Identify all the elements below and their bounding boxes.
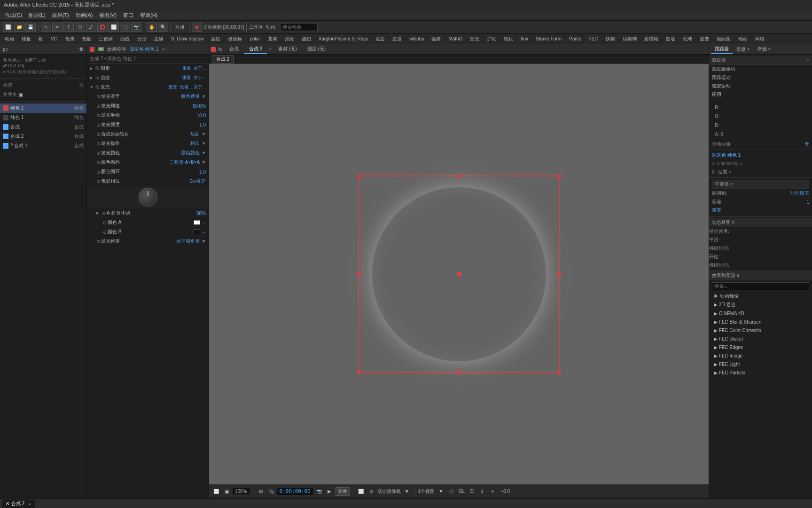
effect-polar2[interactable]: polar bbox=[247, 36, 263, 42]
ab-value[interactable]: 50% bbox=[196, 211, 206, 216]
glow-base-value[interactable]: 颜色通道 bbox=[181, 93, 200, 100]
tl-tab-x[interactable]: ✕ bbox=[6, 501, 9, 506]
shape-tool[interactable]: ⬡ bbox=[75, 23, 85, 32]
effect-radial-blur[interactable]: 径模糊 bbox=[620, 35, 640, 43]
track-camera-btn[interactable]: 跟踪摄像机 bbox=[709, 65, 812, 73]
glow-settings[interactable]: 设项... bbox=[180, 84, 192, 90]
help-search[interactable] bbox=[280, 23, 318, 31]
effects-item-presets[interactable]: ▶ 动画预设 bbox=[709, 292, 812, 301]
effect-flow[interactable]: 涌流 bbox=[282, 35, 297, 43]
track-motion-btn[interactable]: 跟踪运动 bbox=[709, 73, 812, 82]
tab-audio[interactable]: 音频 ≡ bbox=[754, 45, 775, 54]
tl-close-btn[interactable]: ≡ bbox=[28, 501, 31, 506]
effects-item-3d[interactable]: ▶ 3D 通道 bbox=[709, 301, 812, 309]
safe-zones-btn[interactable]: ⬜ bbox=[357, 487, 365, 496]
stabilize-btn[interactable]: 稳定运动 bbox=[709, 82, 812, 90]
color-a-swatch[interactable] bbox=[194, 220, 200, 225]
handle-tr[interactable] bbox=[557, 175, 561, 178]
glow-colors-dropdown[interactable]: ▼ bbox=[202, 151, 206, 155]
handle-br[interactable] bbox=[557, 370, 561, 374]
glow-reset[interactable]: 重置 bbox=[168, 84, 178, 90]
effect-swirl[interactable]: 旋扭 bbox=[299, 35, 314, 43]
handle-ml[interactable] bbox=[357, 272, 361, 276]
shape-off[interactable]: 关于... bbox=[194, 65, 206, 71]
effect-sharpen[interactable]: 锐化 bbox=[501, 35, 516, 43]
color-dial[interactable] bbox=[139, 188, 157, 206]
alpha-btn[interactable]: ▣ bbox=[222, 487, 231, 496]
camera-label[interactable]: 活动摄像机 bbox=[377, 488, 401, 495]
effects-item-fec-light[interactable]: ▶ FEC Light bbox=[709, 360, 812, 368]
menu-animation[interactable]: 动画(A) bbox=[73, 11, 96, 20]
3d-btn[interactable]: ⬡ bbox=[447, 487, 455, 496]
effect-fec[interactable]: FEC bbox=[586, 36, 601, 42]
effect-address[interactable]: 图址 bbox=[663, 35, 678, 43]
effect-wave[interactable]: 波变 bbox=[697, 35, 712, 43]
camera-btn[interactable]: 📷 bbox=[315, 487, 323, 496]
effect-warp[interactable]: 拗距距 bbox=[714, 35, 734, 43]
effect-color-plate[interactable]: 色板 bbox=[79, 35, 94, 43]
layer-item-1[interactable]: 纯色 1 纯色 bbox=[0, 103, 86, 113]
tab-tracker[interactable]: 跟踪器 bbox=[711, 45, 733, 54]
glow-colors-value[interactable]: 原始颜色 bbox=[181, 150, 200, 156]
effect-wblobs[interactable]: wblobs bbox=[406, 36, 427, 42]
new-comp-btn[interactable]: ⬜ bbox=[3, 23, 13, 32]
color-b-swatch[interactable] bbox=[194, 230, 200, 234]
effects-item-fec-color[interactable]: ▶ FEC Color Correctio bbox=[709, 326, 812, 334]
effect-edge[interactable]: 边缘 bbox=[151, 35, 166, 43]
glow-thresh-value[interactable]: 60.0% bbox=[193, 103, 206, 109]
effect-border[interactable]: 遮边 bbox=[373, 35, 388, 43]
snap-btn[interactable]: 📎 bbox=[267, 487, 275, 496]
effect-frame[interactable]: 框 bbox=[36, 35, 46, 43]
color-loop-value[interactable]: 三角形 A>B>A bbox=[170, 159, 200, 166]
tab-footage[interactable]: 素材 (无) bbox=[273, 45, 301, 54]
effect-mosaic[interactable]: 楼板 bbox=[19, 35, 34, 43]
tab-comp2[interactable]: 合成 2 bbox=[244, 45, 267, 54]
effect-storke[interactable]: Storke Form bbox=[533, 36, 564, 42]
shape-section[interactable]: ▶ fx 图形 重置 关于... bbox=[87, 64, 209, 73]
effect-copy[interactable]: 描摩 bbox=[429, 35, 444, 43]
effect-sglow[interactable]: S_Glow deglow bbox=[168, 36, 206, 42]
quality-select[interactable]: 完整 bbox=[336, 487, 350, 496]
pen-tool[interactable]: ✏ bbox=[52, 23, 62, 32]
handle-tl[interactable] bbox=[357, 175, 361, 178]
draft-btn[interactable]: D bbox=[468, 487, 476, 496]
layer-item-2[interactable]: 纯色 1 纯色 bbox=[0, 113, 86, 122]
views-label[interactable]: 1个视图 bbox=[418, 488, 435, 495]
select-tool[interactable]: ↖ bbox=[41, 23, 51, 32]
shape-reset[interactable]: 重置 bbox=[181, 65, 192, 71]
effect-math[interactable]: MathO bbox=[445, 36, 465, 42]
layer-item-nested[interactable]: 2 合成 1 合成 bbox=[0, 141, 86, 151]
effect-sphere[interactable]: 珉球 bbox=[680, 35, 695, 43]
save-btn[interactable]: 💾 bbox=[25, 23, 36, 32]
menu-view[interactable]: 视图(V) bbox=[96, 11, 119, 20]
glow-dims-value[interactable]: 水平和垂直 bbox=[176, 238, 200, 245]
effect-hue[interactable]: 色调 bbox=[62, 35, 77, 43]
effect-matte[interactable]: 遮揭 bbox=[265, 35, 280, 43]
color-a-arrow[interactable]: → bbox=[201, 220, 206, 225]
stroke-reset[interactable]: 重置 bbox=[181, 75, 192, 81]
info-btn[interactable]: ℹ bbox=[478, 487, 486, 496]
menu-window[interactable]: 窗口 bbox=[120, 11, 136, 20]
glow-op-dropdown[interactable]: ▼ bbox=[202, 141, 206, 146]
glow-op-value[interactable]: 相加 bbox=[190, 140, 200, 147]
effect-polar[interactable]: 极坐标 bbox=[225, 35, 245, 43]
tab-info[interactable]: 信息 ≡ bbox=[733, 45, 754, 54]
composite-dropdown[interactable]: ▼ bbox=[202, 132, 206, 136]
menu-help[interactable]: 帮助(H) bbox=[137, 11, 160, 20]
effect-animation[interactable]: 动画 bbox=[2, 35, 17, 43]
glow-section-header[interactable]: ▼ fx 发光 重置 设项... 关于... bbox=[87, 82, 209, 92]
effects-item-fec-particle[interactable]: ▶ FEC Particle bbox=[709, 368, 812, 377]
effect-glow[interactable]: 发光 bbox=[467, 35, 482, 43]
effect-anim[interactable]: 动画 bbox=[735, 35, 750, 43]
color-phase-value[interactable]: 0x+0.0° bbox=[190, 179, 206, 184]
tab-comp[interactable]: 合成 bbox=[225, 45, 243, 54]
glow-off[interactable]: 关于... bbox=[194, 84, 206, 90]
apply-btn[interactable]: 应用 bbox=[709, 90, 812, 99]
smooth-apply-btn[interactable]: 重置 bbox=[712, 207, 721, 214]
effect-camera-blur[interactable]: 定模糊 bbox=[641, 35, 661, 43]
record-btn[interactable]: ⏺ bbox=[192, 23, 202, 32]
gl-btn[interactable]: GL bbox=[457, 487, 466, 496]
menu-layer[interactable]: 图层(L) bbox=[26, 11, 48, 20]
glow-dims-dropdown[interactable]: ▼ bbox=[202, 239, 206, 244]
effect-vc[interactable]: VC bbox=[48, 36, 60, 42]
